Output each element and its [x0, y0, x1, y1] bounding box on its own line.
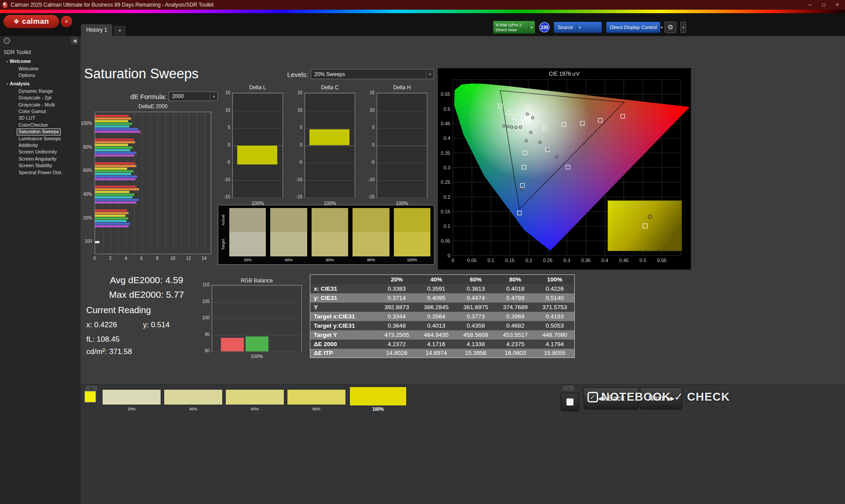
sidebar-item-grayscale-2pt[interactable]: Grayscale - 2pt — [17, 95, 53, 101]
table-cell: 386.2845 — [416, 303, 456, 312]
tick-label: 40% — [81, 192, 92, 197]
tick-label: 90 — [198, 348, 209, 353]
sidebar-item-color-gamut[interactable]: Color Gamut — [17, 108, 48, 115]
table-cell: 0.4013 — [416, 321, 456, 330]
svg-text:0.4: 0.4 — [444, 135, 450, 141]
sidebar-item-dynamic-range[interactable]: Dynamic Range — [17, 88, 55, 95]
svg-text:0: 0 — [448, 253, 450, 258]
de-bar — [95, 168, 127, 170]
svg-text:0.45: 0.45 — [441, 121, 450, 126]
table-cell: 4.1716 — [416, 340, 456, 349]
levels-select[interactable]: 20% Sweeps ▾ — [311, 69, 434, 79]
table-cell: 0.5053 — [535, 321, 575, 330]
sidebar-item-spectral-power-dist[interactable]: Spectral Power Dist. — [17, 169, 64, 176]
pattern-window-button[interactable] — [561, 393, 579, 411]
sidebar-section-analysis[interactable]: ▾Analysis — [6, 80, 81, 88]
chevron-down-icon: ▾ — [577, 22, 583, 33]
de-bar — [95, 241, 99, 243]
pattern-swatch-80[interactable] — [287, 389, 346, 405]
svg-text:0.1: 0.1 — [444, 223, 450, 229]
session-icon[interactable] — [4, 37, 10, 44]
tick-label: 100 — [198, 315, 209, 320]
sidebar-item-screen-uniformity[interactable]: Screen Uniformity — [17, 149, 59, 155]
sidebar-item-options[interactable]: Options — [17, 72, 37, 79]
column-header: 100% — [535, 275, 575, 284]
cie-diagram: 000.050.050.10.10.150.150.20.20.250.250.… — [438, 79, 691, 268]
row-label: Target x:CIE31 — [310, 312, 377, 321]
table-cell: 4.2375 — [496, 340, 535, 349]
pattern-swatch-label: 60% — [225, 407, 284, 411]
next-button[interactable]: Next ▶▶ — [640, 387, 682, 409]
actual-swatch — [353, 208, 389, 232]
delta-c-plot — [305, 93, 355, 198]
target-swatch — [353, 232, 389, 256]
display-control-select[interactable]: Direct Display Control ▾ — [606, 22, 661, 33]
table-row: Target y:CIE310.36480.40130.43580.46820.… — [310, 321, 575, 330]
de-bar — [95, 128, 138, 130]
pattern-swatch-label: 40% — [164, 407, 223, 411]
target-swatch — [312, 232, 348, 256]
maximize-button[interactable]: □ — [822, 2, 825, 8]
tick-label: 10 — [220, 108, 230, 113]
de-summary: Avg dE2000: 4.59 Max dE2000: 5.77 — [94, 273, 199, 302]
swatch-label: 40% — [270, 256, 307, 263]
table-cell: 458.5608 — [456, 330, 496, 340]
calman-logo[interactable]: ❖ calman — [4, 15, 59, 28]
sidebar-item-screen-angularity[interactable]: Screen Angularity — [17, 156, 58, 162]
axis-label: 100% — [212, 354, 302, 359]
sidebar-item-luminance-sweeps[interactable]: Luminance Sweeps — [17, 135, 62, 142]
source-select[interactable]: Source ▾ — [554, 22, 602, 33]
tick-label: 5 — [220, 125, 230, 130]
tick-label: -15 — [220, 194, 230, 199]
sidebar-item-colorchecker[interactable]: ColorChecker — [17, 122, 50, 128]
target-swatch — [229, 232, 266, 256]
active-pattern-swatch[interactable] — [84, 391, 96, 402]
table-cell: 15.3958 — [456, 349, 496, 358]
table-cell: 0.4226 — [535, 284, 575, 293]
de-formula-select[interactable]: 2000 ▾ — [169, 91, 218, 101]
pattern-swatch-100[interactable] — [349, 387, 407, 406]
avg-de2000: Avg dE2000: 4.59 — [94, 273, 199, 287]
cie-svg-wrap: 000.050.050.10.10.150.150.20.20.250.250.… — [438, 79, 691, 270]
collapse-sidebar-button[interactable]: ◀ — [71, 37, 78, 44]
tick-label: 105 — [198, 299, 209, 304]
sidebar-item-welcome[interactable]: Welcome — [17, 66, 40, 72]
pattern-popup-tab[interactable]: ▲ — [86, 386, 97, 391]
tab-history-1[interactable]: History 1 — [81, 24, 112, 36]
more-options-button[interactable]: ▾ — [680, 22, 686, 33]
rgb-balance-plot — [212, 285, 302, 352]
de-bar — [95, 125, 129, 128]
table-row: Y392.8873386.2845381.6975374.7689371.575… — [310, 303, 575, 312]
settings-button[interactable]: ⚙ — [665, 22, 676, 33]
sidebar-item-additivity[interactable]: Additivity — [17, 142, 40, 149]
sidebar-item-screen-stability[interactable]: Screen Stability — [17, 162, 54, 169]
de-bar — [95, 178, 136, 180]
meter-select[interactable]: X-Rite i1Pro 2 Direct View ▾ — [493, 21, 535, 34]
add-tab-button[interactable]: + — [114, 26, 126, 36]
close-button[interactable]: × — [836, 2, 839, 8]
sidebar-item-3d-lut[interactable]: 3D LUT — [17, 115, 37, 121]
pattern-swatch-20[interactable] — [102, 389, 161, 405]
sidebar-section-welcome[interactable]: ▾Welcome — [6, 58, 81, 65]
delta-bar — [237, 146, 277, 165]
pattern-swatch-60[interactable] — [225, 389, 284, 405]
tick-label: 110 — [198, 282, 209, 287]
tick-label: 100% — [81, 121, 92, 126]
transport-popup-tab[interactable]: ▲ — [563, 386, 574, 391]
tick-label: 5 — [364, 125, 375, 130]
back-button[interactable]: ◀◀ Back — [584, 387, 639, 409]
de-bar — [95, 212, 129, 214]
tick-label: 60% — [81, 168, 92, 173]
table-cell: 16.0603 — [496, 349, 535, 358]
de-bar — [95, 152, 136, 154]
table-row: x: CIE310.33830.35910.38130.40180.4226 — [310, 284, 575, 293]
tick-label: 100 — [81, 239, 92, 244]
sidebar-item-saturation-sweeps[interactable]: Saturation Sweeps — [17, 128, 61, 135]
calman-menu-button[interactable]: ▾ — [61, 16, 72, 27]
tick-label: 95 — [198, 332, 209, 337]
minimize-button[interactable]: – — [808, 2, 812, 8]
sidebar-item-grayscale-multi[interactable]: Grayscale - Multi — [17, 102, 57, 108]
column-header: 80% — [496, 275, 535, 284]
pattern-swatch-label: 100% — [349, 407, 407, 412]
pattern-swatch-40[interactable] — [164, 389, 223, 405]
